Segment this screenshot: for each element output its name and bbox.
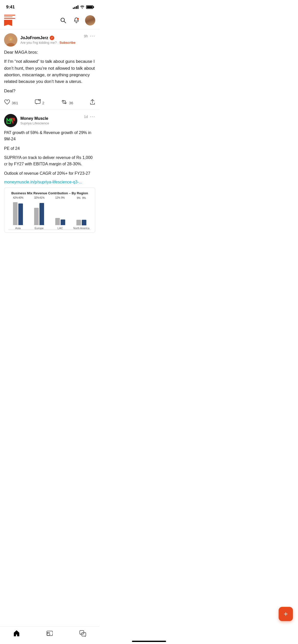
- post-2-name-row: Money Muscle: [20, 116, 49, 121]
- nav-right: [59, 15, 95, 25]
- status-bar: 9:41: [0, 0, 99, 13]
- post-1-time: 9h: [84, 34, 88, 38]
- post-2-avatar[interactable]: M: [4, 114, 17, 127]
- asia-bar-pair: [13, 200, 23, 225]
- chart-title: Business Mix Revenue Contribution – By R…: [7, 191, 92, 195]
- share-icon: [90, 99, 95, 107]
- repost-count: 36: [69, 101, 73, 105]
- lac-bar-navy: [61, 219, 65, 225]
- chart-area: 42% 40% Asia 32% 41%: [7, 199, 92, 230]
- post-2-user-info: Money Muscle Supriya Lifescience: [20, 116, 49, 125]
- post-1-para-1: Dear MAGA bros:: [4, 49, 95, 56]
- svg-text:2: 2: [39, 99, 40, 101]
- search-icon[interactable]: [59, 16, 68, 25]
- chart-group-asia: 42% 40% Asia: [8, 196, 28, 230]
- post-2-more[interactable]: ···: [90, 114, 95, 119]
- post-1-subtitle: Are you f'ng kidding me? · Subscribe: [20, 41, 75, 45]
- na-label: North America: [73, 227, 89, 230]
- post-1-actions: 361 2 2: [4, 98, 95, 107]
- chart-group-na: 9% 9% North America: [72, 197, 91, 230]
- wifi-icon: [80, 5, 85, 9]
- chart-group-lac: 12% 9% LAC: [51, 196, 70, 230]
- post-1-user-info: JoJoFromJerz ✓ Are you f'ng kidding me? …: [20, 36, 75, 45]
- bar-labels-na: 9% 9%: [76, 197, 86, 199]
- bar-labels-europe: 32% 41%: [34, 196, 44, 199]
- asia-gray-val: 42%: [13, 196, 18, 199]
- chart-group-europe: 32% 41% Europe: [30, 196, 49, 230]
- post-1-para-3: Deal?: [4, 88, 95, 94]
- repost-button[interactable]: 36: [61, 99, 73, 106]
- post-2-meta: 1d ···: [84, 114, 95, 119]
- signal-icon: [73, 5, 78, 9]
- post-2-content: PAT growth of 59% & Revenue growth of 29…: [4, 130, 95, 177]
- app-logo[interactable]: [4, 15, 15, 26]
- post-1-more[interactable]: ···: [90, 33, 95, 39]
- asia-label: Asia: [15, 227, 21, 230]
- lac-navy-val: 9%: [61, 196, 65, 199]
- comment-button[interactable]: 2 2: [35, 99, 44, 106]
- europe-label: Europe: [35, 227, 44, 230]
- post-1-avatar[interactable]: JJ: [4, 33, 17, 47]
- na-bar-navy: [82, 220, 86, 225]
- europe-navy-val: 41%: [39, 196, 44, 199]
- post-2-para-2: PE of 24: [4, 145, 95, 152]
- post-2-time: 1d: [84, 115, 88, 119]
- chart-x-axis: [8, 230, 91, 230]
- status-time: 9:41: [6, 5, 15, 10]
- na-navy-val: 9%: [82, 197, 86, 199]
- svg-line-1: [64, 21, 66, 23]
- svg-text:M: M: [9, 118, 13, 123]
- na-bar-pair: [76, 200, 86, 225]
- lac-gray-val: 12%: [55, 196, 60, 199]
- notification-icon[interactable]: [72, 16, 81, 25]
- top-nav: [0, 13, 99, 29]
- lac-bar-gray: [55, 218, 60, 225]
- post-2-username[interactable]: Money Muscle: [20, 116, 48, 121]
- post-2-subtitle: Supriya Lifescience: [20, 121, 49, 125]
- svg-text:JJ: JJ: [10, 38, 11, 41]
- asia-navy-val: 40%: [18, 196, 23, 199]
- post-2-para-3: SUPRIYA on track to deliver revenue of R…: [4, 155, 95, 167]
- svg-point-2: [77, 18, 79, 20]
- post-2-link[interactable]: moneymuscle.in/p/supriya-lifescience-q3-…: [4, 180, 95, 184]
- post-1-username[interactable]: JoJoFromJerz: [20, 36, 48, 40]
- like-button[interactable]: 361: [4, 99, 18, 106]
- bar-labels-asia: 42% 40%: [13, 196, 23, 199]
- asia-bar-navy: [18, 203, 23, 225]
- lac-label: LAC: [58, 227, 63, 230]
- europe-gray-val: 32%: [34, 196, 39, 199]
- post-1-content: Dear MAGA bros: If I'm “not allowed” to …: [4, 49, 95, 94]
- chart-container: Business Mix Revenue Contribution – By R…: [4, 187, 95, 233]
- bar-labels-lac: 12% 9%: [55, 196, 65, 199]
- share-button[interactable]: [90, 99, 95, 107]
- post-1: JJ JoJoFromJerz ✓ Are you f'ng kidding m…: [0, 29, 99, 110]
- post-1-para-2: If I'm “not allowed” to talk about guns …: [4, 58, 95, 85]
- post-2-para-1: PAT growth of 59% & Revenue growth of 29…: [4, 130, 95, 142]
- asia-bar-gray: [13, 202, 18, 225]
- comment-icon: 2: [35, 99, 41, 106]
- na-gray-val: 9%: [76, 197, 81, 199]
- repost-icon: [61, 99, 67, 106]
- post-1-author: JJ JoJoFromJerz ✓ Are you f'ng kidding m…: [4, 33, 75, 47]
- post-2: M Money Muscle Supriya Lifescience 1d ··…: [0, 110, 99, 236]
- like-count: 361: [12, 101, 18, 105]
- status-icons: [73, 5, 93, 9]
- europe-bar-gray: [34, 208, 39, 225]
- lac-bar-pair: [55, 200, 65, 225]
- post-1-header: JJ JoJoFromJerz ✓ Are you f'ng kidding m…: [4, 33, 95, 47]
- post-2-header: M Money Muscle Supriya Lifescience 1d ··…: [4, 114, 95, 127]
- post-2-author: M Money Muscle Supriya Lifescience: [4, 114, 49, 127]
- post-1-name-row: JoJoFromJerz ✓: [20, 36, 75, 40]
- heart-icon: [4, 99, 10, 106]
- post-1-meta: 9h ···: [84, 33, 95, 39]
- na-bar-gray: [76, 220, 81, 225]
- verified-badge: ✓: [50, 36, 54, 40]
- europe-bar-navy: [39, 203, 44, 225]
- battery-icon: [86, 5, 93, 9]
- europe-bar-pair: [34, 200, 44, 225]
- user-avatar-top[interactable]: [85, 15, 95, 25]
- subscribe-link[interactable]: Subscribe: [60, 41, 76, 45]
- comment-count: 2: [42, 101, 44, 105]
- post-2-para-4: Outlook of revenue CAGR of 20%+ for FY23…: [4, 170, 95, 177]
